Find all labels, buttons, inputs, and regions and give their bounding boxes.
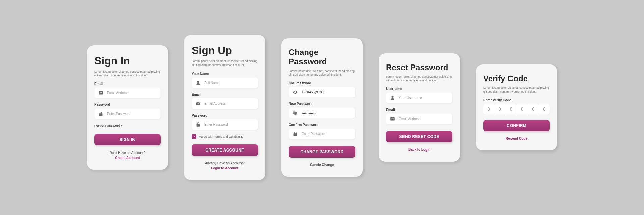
cancel-change-link[interactable]: Cancle Change [289,162,355,167]
verify-desc: Lorem ipsum dolor sit amet, consectetuer… [483,86,550,94]
new-password-input[interactable] [302,111,351,115]
change-desc: Lorem ipsum dolor sit amet, consectetuer… [289,69,355,77]
verify-title: Verify Code [483,74,550,83]
signup-name-field [192,77,258,88]
signup-password-field [192,119,258,130]
lock-icon [98,111,103,116]
otp-cell-3[interactable]: 0 [517,104,528,115]
reset-username-input[interactable] [399,96,448,100]
change-password-button[interactable]: CHANGE PASSWORD [289,146,355,158]
old-password-label: Old Password [289,81,355,85]
otp-cell-4[interactable]: 0 [528,104,539,115]
eye-off-icon[interactable] [293,111,298,116]
resend-row: Resend Code [483,136,550,141]
reset-email-field [386,113,452,124]
signup-switch-prompt: Already Have an Account? Login to Accoun… [192,161,258,171]
signin-password-field [94,108,161,119]
send-reset-code-button[interactable]: SEND RESET CODE [386,131,452,142]
reset-email-label: Email [386,108,452,112]
signin-card: Sign In Lorem ipsum dolor sit amet, cons… [87,45,168,170]
signup-prompt-text: Already Have an Account? [205,161,245,165]
reset-title: Reset Password [386,63,452,72]
create-account-button[interactable]: CREATE ACCOUNT [192,144,258,156]
confirm-password-label: Confirm Password [289,123,355,127]
lock-icon [196,122,201,127]
user-icon [196,80,201,85]
signin-password-input[interactable] [107,112,157,116]
lock-icon [293,131,298,136]
resend-code-link[interactable]: Resend Code [506,137,527,140]
reset-desc: Lorem ipsum dolor sit amet, consectetuer… [386,75,452,83]
signin-email-label: Email [94,82,161,86]
signup-email-input[interactable] [204,102,254,105]
create-account-link[interactable]: Create Account [115,156,140,160]
new-password-field [289,108,355,119]
login-account-link[interactable]: Login to Account [211,166,238,170]
verify-card: Verify Code Lorem ipsum dolor sit amet, … [476,64,557,150]
otp-input-group: 0 0 0 0 0 0 [483,104,550,115]
back-to-login-link[interactable]: Back to Login [408,148,430,152]
otp-cell-0[interactable]: 0 [483,104,494,115]
agree-row: Agree with Terms and Conditions [192,134,258,139]
confirm-password-input[interactable] [302,132,351,136]
signin-password-label: Password [94,103,161,106]
old-password-input[interactable] [302,90,351,94]
signup-password-label: Password [192,114,258,117]
agree-label: Agree with Terms and Conditions [199,135,243,138]
reset-username-field [386,92,452,103]
signin-button[interactable]: SIGN IN [94,134,161,145]
signin-desc: Lorem ipsum dolor sit amet, consectetuer… [94,70,161,78]
otp-cell-2[interactable]: 0 [505,104,517,115]
confirm-password-field [289,128,355,139]
user-icon [390,95,395,100]
signin-email-input[interactable] [107,91,157,95]
signup-name-input[interactable] [204,81,254,85]
reset-card: Reset Password Lorem ipsum dolor sit ame… [379,53,460,162]
check-icon [193,135,196,138]
signup-password-input[interactable] [204,123,254,126]
agree-checkbox[interactable] [192,134,196,139]
signup-card: Sign Up Lorem ipsum dolor sit amet, cons… [184,35,265,180]
email-icon [196,101,201,106]
email-icon [98,90,103,95]
signup-email-label: Email [192,93,258,96]
old-password-field [289,87,355,98]
otp-cell-5[interactable]: 0 [539,104,550,115]
change-card: Change Password Lorem ipsum dolor sit am… [281,38,363,177]
email-icon [390,116,395,121]
signup-name-label: Your Name [192,72,258,76]
verify-code-label: Enter Verify Code [483,98,550,102]
signup-desc: Lorem ipsum dolor sit amet, consectetuer… [192,59,258,67]
reset-email-input[interactable] [399,117,448,121]
signin-switch-prompt: Don't Have an Account? Create Account [94,150,161,160]
signin-prompt-text: Don't Have an Account? [110,151,146,155]
change-title: Change Password [289,48,355,67]
signup-title: Sign Up [192,44,258,57]
otp-cell-1[interactable]: 0 [494,104,505,115]
reset-username-label: Username [386,87,452,91]
signup-email-field [192,98,258,109]
confirm-button[interactable]: CONFIRM [483,120,550,131]
forgot-password-link[interactable]: Forgot Password? [94,124,161,127]
eye-icon[interactable] [293,90,298,95]
new-password-label: New Password [289,102,355,106]
back-to-login-row: Back to Login [386,147,452,152]
signin-email-field [94,87,161,98]
signin-title: Sign In [94,55,161,67]
